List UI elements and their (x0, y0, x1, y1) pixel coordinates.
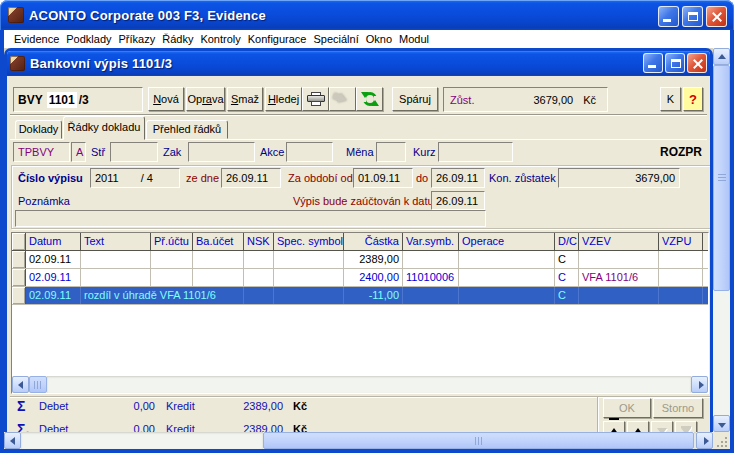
k-button[interactable]: K (660, 87, 681, 111)
column-header-3[interactable]: Ba.účet (193, 233, 244, 250)
table-cell (244, 269, 274, 286)
column-header-4[interactable]: NSK (244, 233, 274, 250)
balance-value: 3679,00 (533, 94, 573, 106)
table-cell (244, 251, 274, 268)
doc-maximize-button[interactable] (665, 53, 685, 73)
tab-radky-dokladu[interactable]: Řádky dokladu (63, 116, 145, 140)
table-row[interactable]: 02.09.112400,0011010006CVFA 1101/6 (12, 269, 708, 287)
mdi-scroll-left-button[interactable] (4, 432, 21, 449)
table-row[interactable]: 02.09.11rozdíl v úhradě VFA 1101/6-11,00… (12, 287, 708, 305)
menu-item-konfigurace[interactable]: Konfigurace (248, 33, 307, 45)
maximize-button[interactable] (682, 6, 703, 27)
pair-button[interactable]: Spáruj (392, 87, 438, 111)
menu-item-speci-ln-[interactable]: Speciální (313, 33, 358, 45)
mena-field[interactable] (376, 142, 406, 162)
ok-button[interactable]: OK (603, 398, 651, 418)
column-header-9[interactable]: D/C (555, 233, 579, 250)
close-button[interactable] (706, 6, 727, 27)
menu-item-okno[interactable]: Okno (366, 33, 392, 45)
table-horizontal-scrollbar[interactable] (12, 376, 708, 393)
table-cell (459, 287, 555, 304)
tab-doklady[interactable]: Doklady (15, 120, 62, 139)
mdi-horizontal-scrollbar[interactable] (4, 432, 713, 449)
print-button[interactable] (302, 87, 329, 111)
table-scroll-left-button[interactable] (12, 376, 29, 393)
next-button[interactable] (651, 421, 673, 432)
edit-button[interactable]: Oprava (186, 87, 225, 111)
spray-button[interactable] (329, 87, 356, 111)
balance-currency: Kč (583, 94, 596, 106)
flag-field[interactable]: A (71, 142, 86, 162)
menu-item-podklady[interactable]: Podklady (66, 33, 111, 45)
doc-minimize-button[interactable] (643, 53, 663, 73)
tab-prehled-radku[interactable]: Přehled řádků (146, 120, 228, 139)
new-button[interactable]: Nová (148, 87, 184, 111)
menu-item-modul[interactable]: Modul (399, 33, 429, 45)
statement-number-field[interactable]: 2011/ 4 (90, 168, 180, 188)
mdi-hscrollbar-thumb[interactable] (263, 432, 694, 449)
previous-button[interactable] (627, 421, 649, 432)
minimize-icon (663, 19, 671, 22)
menu-item-evidence[interactable]: Evidence (14, 33, 59, 45)
balance-label: Zůst. (450, 94, 474, 106)
table-cell: 2400,00 (344, 269, 403, 286)
row-selector[interactable] (12, 251, 26, 268)
document-icon (10, 56, 25, 71)
find-button[interactable]: Hledej (265, 87, 302, 111)
table-scroll-right-button[interactable] (691, 376, 708, 393)
mena-label: Měna (346, 146, 374, 158)
mdi-vscrollbar-thumb[interactable] (713, 65, 730, 291)
str-label: Stř (91, 146, 105, 158)
column-header-8[interactable]: Operace (459, 233, 555, 250)
posting-date-field[interactable]: 26.09.11 (431, 191, 485, 210)
column-header-1[interactable]: Text (81, 233, 151, 250)
document-title: Bankovní výpis 1101/3 (30, 56, 172, 71)
zak-field[interactable] (188, 142, 255, 162)
period-from-field[interactable]: 01.09.11 (353, 168, 413, 188)
kurz-field[interactable] (438, 142, 513, 162)
record-number-field[interactable]: BVY 1101 /3 (13, 87, 143, 112)
menu-item-p-kazy[interactable]: Příkazy (119, 33, 156, 45)
row-selector[interactable] (12, 269, 26, 286)
goto-first-button[interactable] (603, 421, 625, 432)
doc-close-button[interactable] (687, 53, 707, 73)
cancel-button[interactable]: Storno (653, 398, 703, 418)
column-header-0[interactable]: Datum (26, 233, 81, 250)
closing-balance-field[interactable]: 3679,00 (558, 168, 680, 188)
help-button[interactable]: ? (683, 87, 703, 111)
column-header-5[interactable]: Spec. symbol (274, 233, 344, 250)
table-cell: -11,00 (344, 287, 403, 304)
record-number-value: 1101 (47, 92, 77, 108)
mdi-vertical-scrollbar[interactable] (713, 48, 730, 432)
column-header-7[interactable]: Var.symb. (403, 233, 459, 250)
menu-item-kontroly[interactable]: Kontroly (200, 33, 240, 45)
spray-icon (337, 93, 348, 105)
mdi-scroll-down-button[interactable] (713, 415, 730, 432)
str-field[interactable] (110, 142, 158, 162)
mdi-scroll-up-button[interactable] (713, 48, 730, 65)
goto-last-button[interactable] (675, 421, 697, 432)
minimize-button[interactable] (658, 6, 679, 27)
mdi-scroll-right-button[interactable] (696, 432, 713, 449)
table-cell: 2389,00 (344, 251, 403, 268)
column-header-11[interactable]: VZPU (659, 233, 703, 250)
mdi-area: Bankovní výpis 1101/3 BVY 1101 /3 Nová (4, 48, 730, 449)
menu-item--dky[interactable]: Řádky (162, 33, 193, 45)
doc-type-field[interactable]: TPBVY (13, 142, 70, 162)
column-header-6[interactable]: Částka (344, 233, 403, 250)
table-cell (659, 287, 703, 304)
row-selector[interactable] (12, 287, 26, 304)
date-field[interactable]: 26.09.11 (221, 168, 281, 188)
refresh-button[interactable] (356, 87, 383, 111)
table-row[interactable]: 02.09.112389,00C (12, 251, 708, 269)
table-scrollbar-thumb[interactable] (29, 376, 47, 393)
akce-field[interactable] (286, 142, 333, 162)
resize-grip[interactable] (713, 432, 730, 449)
column-header-10[interactable]: VZEV (579, 233, 659, 250)
period-to-field[interactable]: 26.09.11 (431, 168, 485, 188)
period-label: Za období od (288, 172, 353, 184)
delete-button[interactable]: Smaž (227, 87, 263, 111)
note-field[interactable] (15, 210, 486, 227)
column-header-2[interactable]: Př.účtu (151, 233, 193, 250)
app-icon (8, 7, 24, 23)
